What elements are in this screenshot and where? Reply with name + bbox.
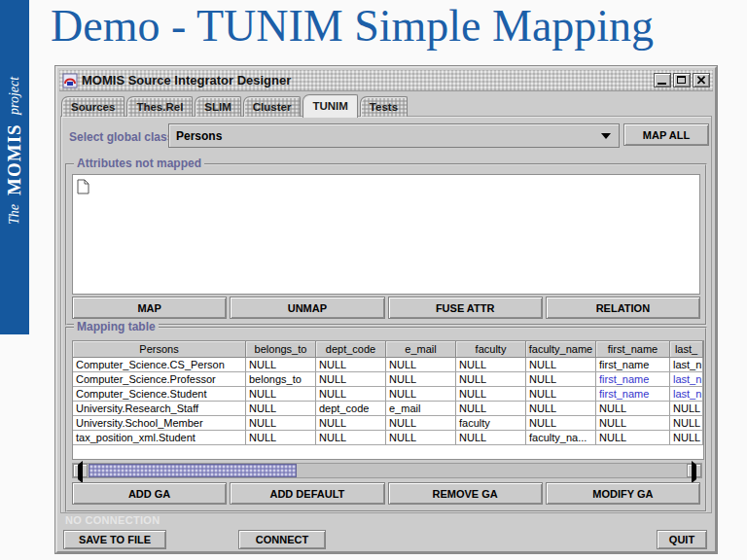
map-all-button[interactable]: MAP ALL — [623, 123, 709, 146]
maximize-button[interactable] — [673, 73, 691, 88]
combo-selected-value: Persons — [169, 129, 601, 143]
table-cell: NULL — [316, 431, 386, 445]
column-header-faculty[interactable]: faculty — [456, 341, 526, 358]
table-cell: NULL — [456, 431, 526, 445]
ga-buttons-row: ADD GAADD DEFAULTREMOVE GAMODIFY GA — [72, 482, 700, 505]
tab-tests[interactable]: Tests — [360, 96, 408, 117]
triangle-right-icon — [692, 461, 696, 483]
column-header-facultyname[interactable]: faculty_name — [526, 341, 596, 358]
table-cell: NULL — [316, 416, 386, 431]
table-cell: faculty_na... — [526, 431, 596, 445]
sidebar-text-the: The — [7, 204, 22, 225]
add-default-button[interactable]: ADD DEFAULT — [230, 482, 384, 505]
quit-button[interactable]: QUIT — [657, 530, 707, 549]
window-title: MOMIS Source Integrator Designer — [82, 73, 291, 88]
table-cell: dept_code — [316, 402, 386, 416]
close-icon — [694, 74, 709, 87]
table-cell: NULL — [670, 402, 703, 416]
map-buttons-row: MAPUNMAPFUSE ATTRRELATION — [72, 297, 700, 319]
mapping-table: Personsbelongs_todept_codee_mailfacultyf… — [72, 340, 704, 460]
table-cell: University.Research_Staff — [73, 402, 246, 416]
column-header-deptcode[interactable]: dept_code — [316, 341, 386, 358]
tab-cluster[interactable]: Cluster — [243, 96, 302, 117]
table-row[interactable]: Computer_Science.Professorbelongs_toNULL… — [73, 372, 703, 387]
window-titlebar[interactable]: MOMIS Source Integrator Designer — [59, 70, 713, 91]
global-class-label: Select global class: — [69, 130, 177, 144]
column-header-firstname[interactable]: first_name — [596, 341, 670, 358]
table-cell: NULL — [386, 372, 456, 387]
minimize-button[interactable] — [654, 73, 671, 88]
global-class-combobox[interactable]: Persons — [168, 123, 620, 148]
attributes-groupbox: Attributes not mapped MAPUNMAPFUSE ATTRR… — [65, 163, 707, 326]
table-cell: NULL — [246, 387, 316, 402]
scroll-left-button[interactable] — [73, 464, 88, 477]
relation-button[interactable]: RELATION — [546, 297, 700, 319]
table-cell: NULL — [596, 416, 670, 431]
table-cell: NULL — [246, 416, 316, 431]
table-cell: NULL — [316, 358, 386, 372]
tab-slim[interactable]: SLIM — [195, 96, 240, 117]
momis-project-sidebar: The MOMIS project — [0, 0, 29, 334]
mapping-table-groupbox: Mapping table Personsbelongs_todept_code… — [65, 327, 707, 512]
column-header-persons[interactable]: Persons — [73, 341, 246, 358]
table-cell: NULL — [246, 402, 316, 416]
scroll-right-button[interactable] — [687, 464, 701, 477]
table-cell: faculty — [456, 416, 526, 431]
table-cell: tax_position_xml.Student — [73, 431, 246, 445]
table-cell: belongs_to — [246, 372, 316, 387]
sidebar-text-momis: MOMIS — [4, 123, 25, 195]
table-cell: Computer_Science.Professor — [73, 372, 246, 387]
table-row[interactable]: tax_position_xml.StudentNULLNULLNULLNULL… — [73, 431, 703, 445]
table-cell: last_n — [670, 372, 703, 387]
table-row[interactable]: Computer_Science.StudentNULLNULLNULLNULL… — [73, 387, 703, 402]
mapping-table-title: Mapping table — [74, 320, 159, 333]
table-cell: NULL — [526, 402, 596, 416]
save-to-file-button[interactable]: SAVE TO FILE — [63, 530, 166, 549]
tab-bar: SourcesThes.RelSLIMClusterTUNIMTests — [61, 93, 408, 117]
table-cell: NULL — [670, 416, 703, 431]
table-row[interactable]: University.School_MemberNULLNULLNULLfacu… — [73, 416, 703, 431]
table-row[interactable]: Computer_Science.CS_PersonNULLNULLNULLNU… — [73, 358, 703, 372]
table-cell: last_n — [670, 358, 703, 372]
table-cell: NULL — [386, 416, 456, 431]
tab-sources[interactable]: Sources — [61, 96, 124, 117]
table-cell: NULL — [386, 358, 456, 372]
minimize-icon — [658, 83, 666, 85]
mapping-table-body: Computer_Science.CS_PersonNULLNULLNULLNU… — [73, 358, 703, 445]
chevron-down-icon — [601, 133, 611, 139]
close-button[interactable] — [693, 73, 710, 88]
document-icon — [77, 179, 89, 194]
table-cell: NULL — [246, 358, 316, 372]
table-cell: NULL — [246, 431, 316, 445]
connect-button[interactable]: CONNECT — [238, 530, 326, 549]
column-header-last[interactable]: last_ — [670, 341, 703, 358]
window-controls — [654, 73, 713, 88]
attributes-not-mapped-list[interactable] — [72, 174, 700, 295]
app-window: MOMIS Source Integrator Designer Sources… — [55, 66, 717, 553]
table-cell: NULL — [526, 358, 596, 372]
table-row[interactable]: University.Research_StaffNULLdept_codee_… — [73, 402, 703, 416]
momis-logo-icon — [62, 73, 78, 88]
table-cell: first_name — [596, 387, 670, 402]
mapping-table-header-row: Personsbelongs_todept_codee_mailfacultyf… — [73, 341, 703, 358]
table-cell: NULL — [386, 431, 456, 445]
column-header-belongsto[interactable]: belongs_to — [246, 341, 316, 358]
sidebar-vertical-text: The MOMIS project — [0, 29, 29, 272]
table-cell: first_name — [596, 372, 670, 387]
tab-thesrel[interactable]: Thes.Rel — [126, 96, 193, 117]
scrollbar-thumb[interactable] — [89, 464, 297, 477]
map-button[interactable]: MAP — [72, 297, 227, 319]
add-ga-button[interactable]: ADD GA — [72, 482, 227, 505]
table-cell: NULL — [596, 402, 670, 416]
remove-ga-button[interactable]: REMOVE GA — [388, 482, 543, 505]
attributes-groupbox-title: Attributes not mapped — [74, 157, 204, 170]
column-header-email[interactable]: e_mail — [386, 341, 456, 358]
modify-ga-button[interactable]: MODIFY GA — [546, 482, 700, 505]
table-cell: NULL — [596, 431, 670, 445]
fuse-attr-button[interactable]: FUSE ATTR — [388, 297, 543, 319]
horizontal-scrollbar[interactable] — [72, 463, 702, 478]
table-cell: NULL — [456, 372, 526, 387]
unmap-button[interactable]: UNMAP — [230, 297, 384, 319]
table-cell: first_name — [596, 358, 670, 372]
tab-tunim[interactable]: TUNIM — [302, 94, 357, 118]
